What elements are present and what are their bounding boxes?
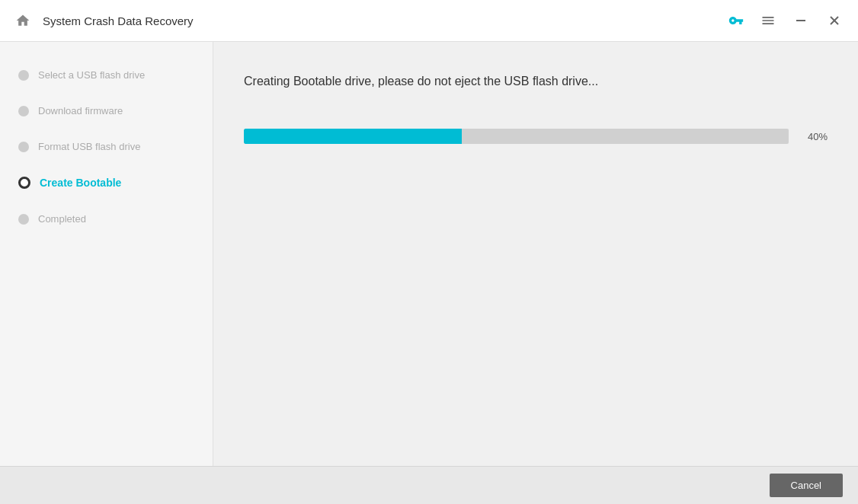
title-bar: System Crash Data Recovery <box>0 0 858 42</box>
sidebar-dot-download-firmware <box>18 106 29 116</box>
sidebar-dot-create-bootable <box>18 177 30 189</box>
close-button[interactable] <box>823 9 846 32</box>
progress-container: 40% <box>244 129 828 144</box>
sidebar-label-create-bootable: Create Bootable <box>40 177 121 189</box>
sidebar-dot-format-usb <box>18 142 29 152</box>
home-icon[interactable] <box>12 10 34 31</box>
cancel-button[interactable]: Cancel <box>770 474 843 497</box>
title-bar-controls <box>725 9 846 32</box>
content-area: Creating Bootable drive, please do not e… <box>213 42 858 466</box>
sidebar-label-download-firmware: Download firmware <box>38 105 123 116</box>
sidebar-dot-select-usb <box>18 70 29 81</box>
sidebar-item-select-usb[interactable]: Select a USB flash drive <box>0 57 213 93</box>
progress-bar-fill <box>244 129 462 144</box>
app-title: System Crash Data Recovery <box>43 14 725 27</box>
footer: Cancel <box>0 466 858 504</box>
sidebar: Select a USB flash drive Download firmwa… <box>0 42 213 466</box>
sidebar-label-select-usb: Select a USB flash drive <box>38 69 145 81</box>
sidebar-item-download-firmware[interactable]: Download firmware <box>0 93 213 129</box>
key-icon[interactable] <box>725 10 747 31</box>
sidebar-item-completed[interactable]: Completed <box>0 201 213 237</box>
sidebar-item-create-bootable[interactable]: Create Bootable <box>0 164 213 201</box>
sidebar-dot-completed <box>18 214 29 225</box>
content-message: Creating Bootable drive, please do not e… <box>244 72 828 91</box>
svg-rect-0 <box>796 20 805 21</box>
progress-bar-wrapper <box>244 129 789 144</box>
minimize-button[interactable] <box>789 9 812 32</box>
sidebar-item-format-usb[interactable]: Format USB flash drive <box>0 129 213 164</box>
sidebar-label-format-usb: Format USB flash drive <box>38 141 140 152</box>
main-layout: Select a USB flash drive Download firmwa… <box>0 42 858 466</box>
progress-label: 40% <box>801 131 828 142</box>
sidebar-label-completed: Completed <box>38 213 86 225</box>
menu-icon[interactable] <box>757 10 779 31</box>
